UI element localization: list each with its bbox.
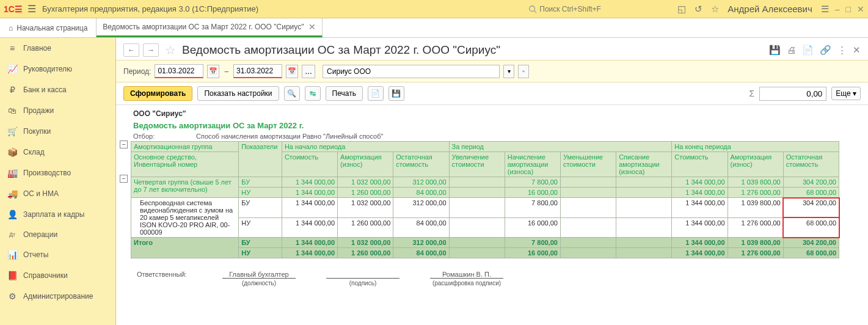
th-period-start: На начало периода — [282, 142, 449, 152]
sidebar-item-production[interactable]: 🏭Производство — [0, 162, 115, 183]
more-menu-icon[interactable]: ⋮ — [837, 45, 847, 56]
chief-accountant-value: Главный бухгалтер — [222, 271, 296, 278]
sidebar-item-purchases[interactable]: 🛒Покупки — [0, 121, 115, 142]
export-icon[interactable]: 📄 — [802, 45, 814, 56]
expand-tree-icon[interactable]: ↹ — [305, 86, 321, 101]
bars-icon: 📊 — [7, 250, 17, 260]
sidebar-item-operations[interactable]: ДтОперации — [0, 225, 115, 244]
totals-label: Итого — [131, 238, 239, 258]
th-dec: Уменьшение стоимости — [560, 152, 616, 177]
date-to-picker-icon[interactable]: 📅 — [286, 65, 298, 78]
book-icon: 📕 — [7, 271, 17, 280]
content: ← → ☆ Ведомость амортизации ОС за Март 2… — [116, 38, 868, 325]
asset-row-bu[interactable]: Беспроводная система видеонаблюдения с з… — [131, 198, 839, 218]
app-title: Бухгалтерия предприятия, редакция 3.0 (1… — [42, 4, 258, 13]
sidebar-item-catalogs[interactable]: 📕Справочники — [0, 265, 115, 286]
home-tab-label: Начальная страница — [16, 24, 87, 32]
more-button[interactable]: Еще ▾ — [831, 87, 861, 100]
company-open-button[interactable]: ▫ — [518, 65, 529, 78]
company-input[interactable] — [323, 65, 500, 78]
bell-icon[interactable]: ◱ — [677, 4, 686, 15]
date-from-input[interactable] — [155, 64, 203, 78]
generate-button[interactable]: Сформировать — [123, 86, 192, 101]
preview-icon[interactable]: 📄 — [368, 86, 384, 101]
tabs-row: ⌂ Начальная страница Ведомость амортизац… — [0, 18, 868, 38]
date-from-picker-icon[interactable]: 📅 — [207, 65, 219, 78]
indicator: НУ — [239, 217, 282, 238]
company-dropdown-button[interactable]: ▾ — [503, 65, 514, 78]
svg-point-0 — [530, 5, 535, 11]
nav-forward-button[interactable]: → — [143, 43, 159, 57]
period-ellipsis-button[interactable]: ... — [302, 65, 315, 78]
sidebar-item-label: Руководителю — [23, 65, 72, 73]
global-search-input[interactable] — [539, 5, 662, 13]
tab-close-icon[interactable]: ✕ — [308, 22, 316, 32]
action-bar: Сформировать Показать настройки 🔍 ↹ Печа… — [116, 82, 868, 105]
home-tab[interactable]: ⌂ Начальная страница — [0, 18, 97, 37]
close-icon[interactable]: ✕ — [853, 45, 861, 56]
history-icon[interactable]: ↺ — [695, 4, 702, 15]
document-tab[interactable]: Ведомость амортизации ОС за Март 2022 г.… — [97, 18, 323, 37]
sidebar-item-assets[interactable]: 🚚ОС и НМА — [0, 183, 115, 204]
th-inc: Увеличение стоимости — [449, 152, 505, 177]
window-minimize[interactable]: – — [835, 4, 840, 14]
logo-1c: 1C☰ — [4, 4, 23, 14]
save-report-icon[interactable]: 💾 — [388, 86, 404, 101]
show-settings-button[interactable]: Показать настройки — [197, 86, 279, 101]
indicator: БУ — [239, 177, 282, 188]
star-icon[interactable]: ☆ — [711, 4, 719, 15]
sidebar-item-label: Справочники — [23, 271, 68, 280]
sidebar-item-label: Администрирование — [23, 292, 93, 301]
box-icon: 📦 — [7, 147, 17, 157]
th-indicators: Показатели — [239, 142, 282, 177]
sidebar-item-manager[interactable]: 📈Руководителю — [0, 59, 115, 79]
report-filter: Отбор: Способ начисления амортизации Рав… — [131, 131, 863, 141]
th-wr: Списание амортизации (износа) — [616, 152, 672, 177]
period-dash: – — [223, 67, 230, 76]
period-label: Период: — [123, 67, 151, 76]
chevron-down-icon: ▾ — [853, 89, 856, 98]
sidebar-item-admin[interactable]: ⚙Администрирование — [0, 286, 115, 307]
th-period-end: На конец периода — [672, 142, 839, 152]
sidebar-item-warehouse[interactable]: 📦Склад — [0, 142, 115, 162]
sidebar-item-sales[interactable]: 🛍Продажи — [0, 100, 115, 121]
th-period: За период — [449, 142, 672, 152]
th-acc: Начисление амортизации (износа) — [505, 152, 560, 177]
save-icon[interactable]: 💾 — [769, 45, 781, 56]
search-icon — [528, 5, 537, 13]
total-row-bu[interactable]: Итого БУ 1 344 000,00 1 032 000,00 312 0… — [131, 238, 839, 248]
sidebar-item-label: Зарплата и кадры — [23, 210, 84, 219]
find-icon[interactable]: 🔍 — [284, 86, 300, 101]
window-maximize[interactable]: □ — [846, 4, 851, 14]
th-depr-s: Амортизация (износ) — [338, 152, 393, 177]
global-search[interactable] — [525, 4, 671, 15]
indicator: НУ — [239, 248, 282, 258]
cart-icon: 🛒 — [7, 126, 17, 136]
tree-collapse-group[interactable]: − — [120, 175, 128, 183]
window-close[interactable]: ✕ — [857, 4, 864, 14]
link-icon[interactable]: 🔗 — [820, 45, 831, 56]
print-button[interactable]: Печать — [326, 86, 363, 101]
th-cost-e: Стоимость — [672, 152, 728, 177]
date-to-input[interactable] — [233, 64, 282, 78]
report-area[interactable]: − − ООО "Сириус" Ведомость амортизации О… — [116, 105, 868, 325]
sidebar-item-reports[interactable]: 📊Отчеты — [0, 244, 115, 265]
favorite-icon[interactable]: ☆ — [165, 43, 176, 57]
sidebar-item-bank[interactable]: ₽Банк и касса — [0, 79, 115, 100]
svg-line-1 — [534, 10, 537, 13]
settings-icon[interactable]: ☰ — [821, 4, 829, 15]
sum-input[interactable] — [759, 87, 826, 101]
sidebar-item-main[interactable]: ≡Главное — [0, 38, 115, 59]
user-name[interactable]: Андрей Алексеевич — [728, 4, 812, 14]
nav-back-button[interactable]: ← — [123, 43, 139, 57]
print-icon[interactable]: 🖨 — [787, 45, 796, 56]
group-row-bu[interactable]: Четвертая группа (свыше 5 лет до 7 лет в… — [131, 177, 839, 188]
hamburger-icon[interactable]: ☰ — [27, 3, 36, 15]
ruble-icon: ₽ — [7, 85, 17, 95]
sidebar-item-salary[interactable]: 👤Зарплата и кадры — [0, 204, 115, 225]
home-icon: ⌂ — [9, 24, 13, 32]
sidebar: ≡Главное 📈Руководителю ₽Банк и касса 🛍Пр… — [0, 38, 116, 325]
main-icon: ≡ — [7, 43, 17, 53]
tree-collapse-header[interactable]: − — [120, 141, 128, 148]
th-res-s: Остаточная стоимость — [393, 152, 449, 177]
